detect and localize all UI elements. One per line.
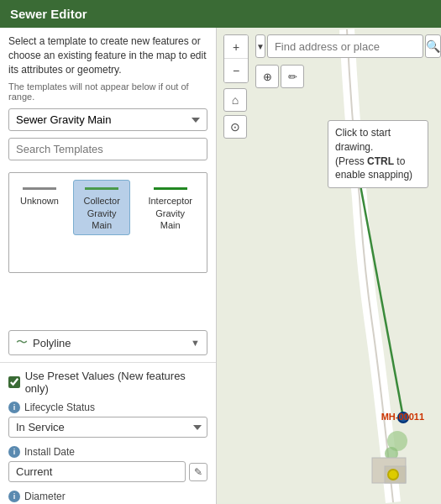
- svg-rect-0: [217, 29, 441, 502]
- template-interceptor-label: Interceptor GravityMain: [144, 195, 196, 231]
- map-tooltip: Click to start drawing.(Press CTRL to en…: [328, 120, 428, 188]
- install-date-label: Install Date: [24, 446, 75, 458]
- lifecycle-field-group: i Lifecycle Status In Service: [8, 402, 207, 438]
- install-date-field-group: i Install Date ✎: [8, 446, 207, 482]
- map-search-input[interactable]: [267, 34, 423, 58]
- map-area: + − ⌂ ⊙ ▼ 🔍 ⊕ ✏ MH-00001 MH-00011 Click …: [217, 28, 441, 504]
- header-title: Sewer Editor: [10, 7, 87, 21]
- layer-dropdown[interactable]: Sewer Gravity Main: [8, 108, 207, 131]
- install-date-edit-button[interactable]: ✎: [189, 463, 207, 481]
- template-interceptor[interactable]: Interceptor GravityMain: [139, 180, 202, 235]
- lifecycle-label: Lifecycle Status: [24, 402, 95, 413]
- map-toolbar: + − ⌂ ⊙: [223, 34, 249, 139]
- description-text: Select a template to create new features…: [8, 34, 207, 76]
- lifecycle-label-row: i Lifecycle Status: [8, 402, 207, 413]
- preset-checkbox[interactable]: [8, 376, 20, 388]
- preset-label: Use Preset Values (New features only): [25, 370, 207, 395]
- polyline-icon: 〜: [16, 335, 28, 350]
- template-collector[interactable]: Collector GravityMain: [73, 180, 130, 235]
- edit-tool-button[interactable]: ✏: [281, 65, 304, 88]
- diameter-label-row: i Diameter: [8, 491, 207, 502]
- panel-top: Select a template to create new features…: [0, 28, 216, 172]
- app-header: Sewer Editor: [0, 0, 441, 28]
- template-unknown-label: Unknown: [20, 195, 59, 207]
- home-button[interactable]: ⌂: [223, 88, 247, 112]
- install-date-label-row: i Install Date: [8, 446, 207, 458]
- feature-tool-button[interactable]: ⊕: [255, 65, 279, 88]
- template-area: Unknown Collector GravityMain Intercepto…: [8, 172, 207, 273]
- map-search-button[interactable]: 🔍: [425, 34, 441, 58]
- svg-point-8: [388, 470, 398, 480]
- lifecycle-info-icon: i: [8, 402, 20, 413]
- diameter-field-group: i Diameter 8": [8, 491, 207, 504]
- location-button[interactable]: ⊙: [223, 115, 247, 139]
- polyline-chevron-icon: ▼: [191, 338, 200, 348]
- search-templates-input[interactable]: [8, 138, 207, 160]
- mh-00011-label: MH-00011: [381, 412, 424, 422]
- map-search-bar: ▼ 🔍: [255, 34, 434, 58]
- map-filter-dropdown[interactable]: ▼: [255, 34, 265, 58]
- template-spacer: [0, 280, 216, 330]
- template-collector-label: Collector GravityMain: [79, 195, 124, 231]
- template-unknown[interactable]: Unknown: [14, 180, 65, 211]
- template-interceptor-line: [154, 187, 187, 190]
- warning-text: The templates will not appear below if o…: [8, 81, 207, 102]
- map-tools-row: ⊕ ✏: [255, 65, 304, 88]
- template-collector-line: [85, 187, 118, 190]
- polyline-left: 〜 Polyline: [16, 335, 71, 350]
- main-layout: Select a template to create new features…: [0, 28, 441, 504]
- zoom-controls: + −: [223, 34, 249, 83]
- diameter-label: Diameter: [24, 491, 66, 502]
- lifecycle-select[interactable]: In Service: [8, 417, 207, 438]
- diameter-info-icon: i: [8, 491, 20, 502]
- polyline-label: Polyline: [33, 337, 71, 349]
- preset-checkbox-row: Use Preset Values (New features only): [8, 370, 207, 395]
- install-date-input[interactable]: [8, 461, 186, 482]
- left-panel: Select a template to create new features…: [0, 28, 217, 504]
- preset-section: Use Preset Values (New features only) i …: [0, 362, 216, 504]
- zoom-out-button[interactable]: −: [224, 59, 248, 82]
- zoom-in-button[interactable]: +: [224, 35, 248, 59]
- lifecycle-input-row: In Service: [8, 417, 207, 438]
- install-date-info-icon: i: [8, 446, 20, 458]
- map-svg: [217, 28, 441, 504]
- install-date-input-row: ✎: [8, 461, 207, 482]
- polyline-bar[interactable]: 〜 Polyline ▼: [8, 330, 207, 355]
- template-unknown-line: [23, 187, 56, 190]
- tooltip-text: Click to start drawing.(Press CTRL to en…: [335, 127, 412, 181]
